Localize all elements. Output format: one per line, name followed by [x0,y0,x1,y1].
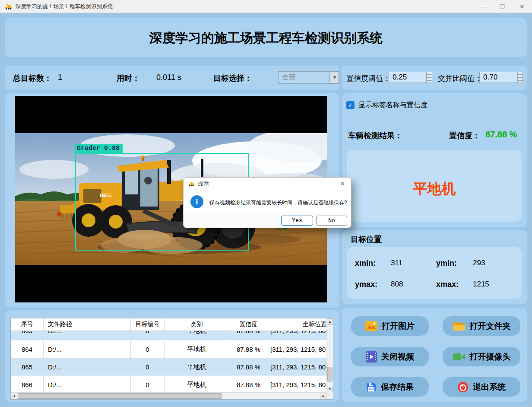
total-targets-label: 总目标数： [13,73,52,83]
table-header-cell[interactable]: 类别 [165,318,229,331]
dialog-message: 保存视频检测结果可能需要较长时间，请确认是否继续保存? [209,199,347,207]
scroll-down-button[interactable] [327,386,333,392]
xmax-value: 1215 [473,280,489,289]
table-cell: 平地机 [165,340,229,358]
xmin-value: 311 [391,259,402,267]
position-box: xmin: 311 ymin: 293 ymax: 808 xmax: 1215 [347,247,522,299]
open-image-button[interactable]: 打开图片 [351,316,429,336]
table-header-cell[interactable]: 置信度 [229,318,268,331]
table-panel: 序号文件路径目标编号类别置信度坐标位置 863D:/...0平地机87.88 %… [5,310,339,402]
table-cell: 0 [131,340,165,358]
table-header-cell[interactable]: 序号 [11,318,44,331]
spin-down-button[interactable] [427,77,432,83]
exit-system-label: 退出系统 [473,382,506,393]
table-cell: 864 [11,340,44,358]
confidence-label: 置信度： [449,130,480,141]
class-name: 平地机 [347,179,522,199]
show-labels-label: 显示标签名称与置信度 [358,101,428,110]
header-panel: 深度学习的施工场景工程车检测识别系统 [5,18,527,57]
table-header-cell[interactable]: 文件路径 [44,318,131,331]
horizontal-scroll-thumb[interactable] [18,393,222,399]
table-header-cell[interactable]: 目标编号 [131,318,165,331]
scroll-up-button[interactable] [327,318,333,325]
table-row[interactable]: 865D:/...0平地机87.88 %[311, 293, 1215, 80 [11,358,327,376]
table-cell: 87.88 % [229,358,268,375]
scrollbar-corner [326,392,333,399]
ymin-label: ymin: [436,259,457,268]
table-cell: D:/... [44,376,131,393]
table-cell: 866 [11,376,44,393]
dropdown-button[interactable] [329,72,339,83]
close-video-button[interactable]: 关闭视频 [351,347,429,366]
save-icon [366,382,377,392]
spin-up-button[interactable] [517,72,523,77]
table-cell: [311, 293, 1215, 80 [268,376,327,393]
info-icon: i [190,195,203,208]
total-targets-value: 1 [58,73,62,82]
page-title: 深度学习的施工场景工程车检测识别系统 [5,29,527,47]
dialog-title-bar[interactable]: 提示 ✕ [184,178,351,190]
result-label: 车辆检测结果： [348,130,402,141]
minimize-button[interactable]: — [472,0,492,13]
yes-button[interactable]: Yes [281,216,313,226]
truck-icon [188,181,195,187]
vertical-scroll-thumb[interactable] [327,367,332,382]
scroll-left-button[interactable] [11,393,17,399]
vertical-scrollbar[interactable] [326,318,333,392]
iou-threshold-value[interactable]: 0.70 [479,72,517,83]
save-results-button[interactable]: 保存结果 [351,377,429,397]
confirm-dialog: 提示 ✕ i 保存视频检测结果可能需要较长时间，请确认是否继续保存? Yes N… [183,177,352,228]
table-cell: D:/... [44,331,131,335]
table-cell: D:/... [44,340,131,358]
folder-icon [453,321,466,331]
table-cell: [311, 293, 1215, 80 [268,340,327,358]
table-cell: 0 [131,331,165,335]
open-camera-button[interactable]: 打开摄像头 [443,347,520,366]
confidence-value: 87.88 % [485,130,517,140]
scroll-right-button[interactable] [320,393,326,399]
class-result-box: 平地机 [347,150,522,222]
table-cell: 平地机 [165,331,229,335]
truck-icon [4,3,13,10]
target-select-value: 全部 [279,72,329,83]
time-label: 用时： [117,73,140,83]
no-button[interactable]: No [316,216,347,226]
dialog-title: 提示 [198,180,338,188]
table-row[interactable]: 864D:/...0平地机87.88 %[311, 293, 1215, 80 [11,340,327,358]
maximize-button[interactable]: ❐ [492,0,512,13]
spin-up-button[interactable] [427,72,432,77]
app-window: 深度学习的施工场景工程车检测识别系统 — ❐ ✕ 深度学习的施工场景工程车检测识… [0,0,532,407]
power-icon [457,382,469,393]
dialog-close-icon[interactable]: ✕ [338,180,347,187]
show-labels-checkbox-row[interactable]: ✓ 显示标签名称与置信度 [346,101,428,110]
iou-threshold-spinner[interactable]: 0.70 [479,72,523,83]
table-cell: 87.88 % [229,340,268,358]
dialog-footer: Yes No [184,212,351,228]
save-results-label: 保存结果 [381,382,414,393]
table-cell: 87.88 % [229,331,268,335]
table-cell: 平地机 [165,358,229,375]
spin-down-button[interactable] [517,77,523,83]
video-icon [366,351,377,362]
open-folder-button[interactable]: 打开文件夹 [443,316,520,336]
confidence-threshold-value[interactable]: 0.25 [389,72,427,83]
table-header-row: 序号文件路径目标编号类别置信度坐标位置 [11,318,327,331]
table-row[interactable]: 866D:/...0平地机87.88 %[311, 293, 1215, 80 [11,376,327,394]
target-select-dropdown[interactable]: 全部 [278,71,339,84]
exit-system-button[interactable]: 退出系统 [443,377,520,397]
table-header-cell[interactable]: 坐标位置 [268,318,327,331]
threshold-panel: 置信度阈值： 0.25 交并比阈值： 0.70 [342,66,527,90]
table-cell: 0 [131,358,165,375]
ymax-label: ymax: [355,280,377,289]
target-select-label: 目标选择： [213,73,252,83]
horizontal-scrollbar[interactable] [11,392,326,399]
checkbox-checked-icon[interactable]: ✓ [346,101,355,109]
close-button[interactable]: ✕ [512,0,532,13]
table-cell: 平地机 [165,376,229,393]
table-cell: [311, 293, 1215, 80 [268,358,327,375]
image-icon [365,321,377,331]
confidence-threshold-label: 置信度阈值： [346,73,390,83]
table-row[interactable]: 863D:/...0平地机87.88 %[311, 293, 1215, 80 [11,331,327,340]
confidence-threshold-spinner[interactable]: 0.25 [389,72,432,83]
ymax-value: 808 [391,280,403,289]
